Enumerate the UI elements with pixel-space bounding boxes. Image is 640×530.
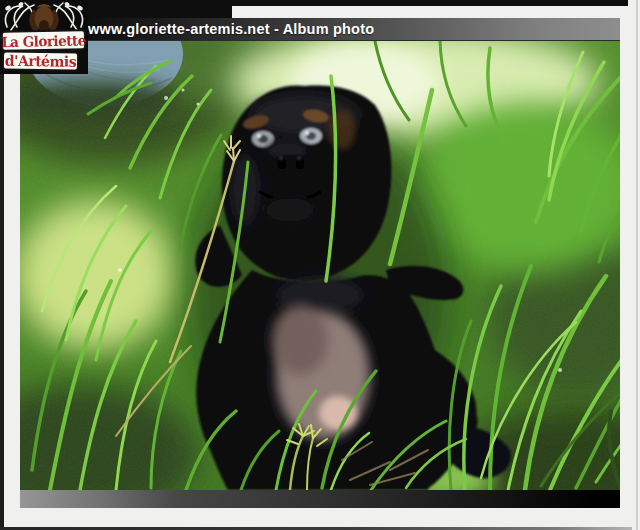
site-logo[interactable]: La Gloriette d'Artémis — [0, 0, 88, 74]
album-photo-page: www.gloriette-artemis.net - Album photo — [0, 0, 640, 530]
logo-name-band: La Gloriette — [1, 29, 86, 52]
logo-ornament-icon — [0, 0, 88, 33]
logo-line2: d'Artémis — [5, 52, 76, 70]
photo-bottom-gradient-bar — [20, 490, 620, 508]
title-bar: www.gloriette-artemis.net - Album photo — [20, 18, 620, 41]
album-photo[interactable] — [20, 40, 620, 490]
logo-name-band: d'Artémis — [2, 50, 79, 71]
puppy-in-grass-photo — [20, 40, 620, 490]
window-right-border — [636, 0, 638, 530]
window-left-border — [0, 0, 4, 530]
site-title: www.gloriette-artemis.net - Album photo — [20, 18, 620, 40]
logo-line1: La Gloriette — [1, 31, 86, 50]
